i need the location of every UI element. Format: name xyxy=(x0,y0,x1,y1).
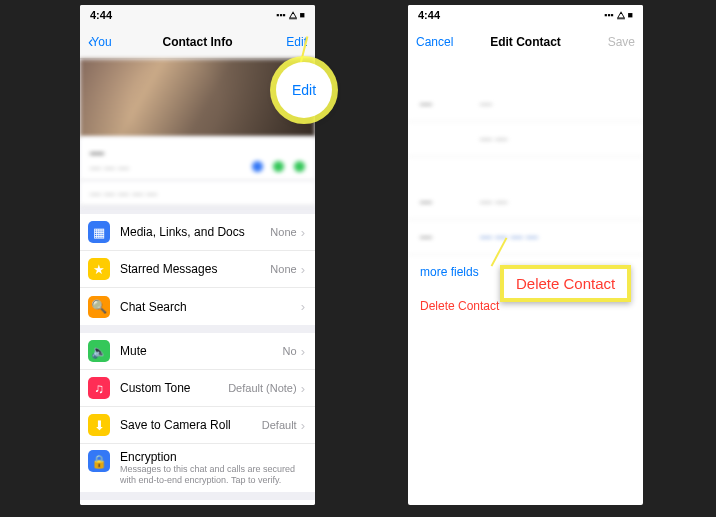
back-label: You xyxy=(91,35,111,49)
row-value: Default xyxy=(262,419,297,431)
nav-bar: Cancel Edit Contact Save xyxy=(408,25,643,59)
status-icons: ▪▪▪ ⧋ ■ xyxy=(276,10,305,21)
row-label: Mute xyxy=(120,344,283,358)
signal-icon: ▪▪▪ xyxy=(276,10,286,20)
lock-icon: 🔒 xyxy=(88,450,110,472)
annotation-edit-circle: Edit xyxy=(276,62,332,118)
status-bar: 4:44 ▪▪▪ ⧋ ■ xyxy=(80,5,315,25)
row-label: Encryption xyxy=(120,450,305,464)
chevron-right-icon: › xyxy=(301,225,305,240)
field-label: — xyxy=(420,230,480,244)
contact-header: — — — — xyxy=(80,137,315,181)
phone-edit-contact: 4:44 ▪▪▪ ⧋ ■ Cancel Edit Contact Save — … xyxy=(408,5,643,505)
chevron-right-icon: › xyxy=(301,299,305,314)
section-details: ☰ Contact Details › xyxy=(80,500,315,505)
field-label: — xyxy=(420,97,480,111)
row-encryption[interactable]: 🔒 Encryption Messages to this chat and c… xyxy=(80,444,315,492)
row-value: No xyxy=(283,345,297,357)
phone-number-field[interactable]: — — — — — xyxy=(408,220,643,255)
status-bar: 4:44 ▪▪▪ ⧋ ■ xyxy=(408,5,643,25)
status-icons: ▪▪▪ ⧋ ■ xyxy=(604,10,633,21)
row-custom-tone[interactable]: ♫ Custom Tone Default (Note) › xyxy=(80,370,315,407)
download-icon: ⬇ xyxy=(88,414,110,436)
nav-bar: ‹ You Contact Info Edit xyxy=(80,25,315,59)
media-icon: ▦ xyxy=(88,221,110,243)
edit-button[interactable]: Edit xyxy=(265,35,307,49)
row-label: Media, Links, and Docs xyxy=(120,225,270,239)
chevron-right-icon: › xyxy=(301,344,305,359)
row-save-camera-roll[interactable]: ⬇ Save to Camera Roll Default › xyxy=(80,407,315,444)
video-icon[interactable] xyxy=(294,161,305,172)
chevron-right-icon: › xyxy=(301,381,305,396)
section-settings: 🔈 Mute No › ♫ Custom Tone Default (Note)… xyxy=(80,333,315,492)
phone-country-field[interactable]: — — — xyxy=(408,185,643,220)
annotation-delete-box: Delete Contact xyxy=(500,265,631,302)
status-time: 4:44 xyxy=(90,9,112,21)
field-value: — — xyxy=(480,195,507,209)
chevron-right-icon: › xyxy=(301,262,305,277)
row-value: Default (Note) xyxy=(228,382,296,394)
chevron-right-icon: › xyxy=(301,418,305,433)
cancel-button[interactable]: Cancel xyxy=(416,35,458,49)
row-label: Starred Messages xyxy=(120,262,270,276)
field-label: — xyxy=(420,195,480,209)
lastname-field[interactable]: — — xyxy=(408,122,643,157)
field-label xyxy=(420,132,480,146)
music-icon: ♫ xyxy=(88,377,110,399)
nav-title: Edit Contact xyxy=(490,35,561,49)
status-text: — — — — — xyxy=(80,181,315,206)
row-chat-search[interactable]: 🔍 Chat Search › xyxy=(80,288,315,325)
section-media: ▦ Media, Links, and Docs None › ★ Starre… xyxy=(80,214,315,325)
field-value: — — xyxy=(480,132,507,146)
row-starred[interactable]: ★ Starred Messages None › xyxy=(80,251,315,288)
wifi-icon: ⧋ xyxy=(617,10,625,21)
battery-icon: ■ xyxy=(300,10,305,20)
row-value: None xyxy=(270,263,296,275)
row-label: Save to Camera Roll xyxy=(120,418,262,432)
row-contact-details[interactable]: ☰ Contact Details › xyxy=(80,500,315,505)
save-button[interactable]: Save xyxy=(593,35,635,49)
search-icon: 🔍 xyxy=(88,296,110,318)
back-button[interactable]: ‹ You xyxy=(88,33,130,51)
name-field[interactable]: — — xyxy=(408,87,643,122)
row-mute[interactable]: 🔈 Mute No › xyxy=(80,333,315,370)
nav-title: Contact Info xyxy=(163,35,233,49)
row-label: Custom Tone xyxy=(120,381,228,395)
signal-icon: ▪▪▪ xyxy=(604,10,614,20)
call-icon[interactable] xyxy=(273,161,284,172)
row-label: Chat Search xyxy=(120,300,297,314)
contact-name: — xyxy=(90,145,305,161)
message-icon[interactable] xyxy=(252,161,263,172)
wifi-icon: ⧋ xyxy=(289,10,297,21)
field-value: — — — — xyxy=(480,230,538,244)
row-value: None xyxy=(270,226,296,238)
speaker-icon: 🔈 xyxy=(88,340,110,362)
battery-icon: ■ xyxy=(628,10,633,20)
row-media[interactable]: ▦ Media, Links, and Docs None › xyxy=(80,214,315,251)
star-icon: ★ xyxy=(88,258,110,280)
row-subtitle: Messages to this chat and calls are secu… xyxy=(120,464,305,486)
status-time: 4:44 xyxy=(418,9,440,21)
field-value: — xyxy=(480,97,492,111)
